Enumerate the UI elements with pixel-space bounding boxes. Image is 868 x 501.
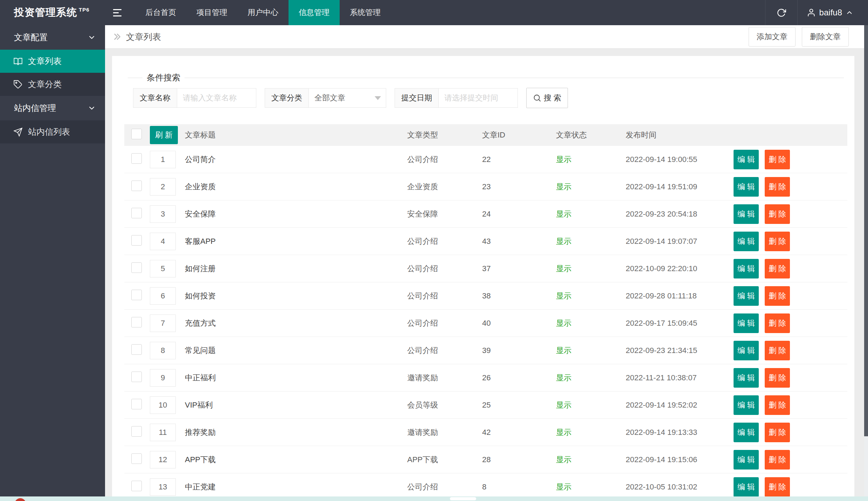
edit-button[interactable]: 编 辑: [734, 204, 759, 224]
delete-button[interactable]: 删 除: [765, 177, 790, 197]
search-button[interactable]: 搜 索: [526, 88, 568, 108]
row-checkbox[interactable]: [131, 481, 142, 491]
sort-input[interactable]: [150, 315, 176, 332]
status-toggle[interactable]: 显示: [556, 210, 571, 218]
menu-toggle-icon[interactable]: [105, 0, 130, 25]
status-toggle[interactable]: 显示: [556, 237, 571, 246]
topnav-item-2[interactable]: 项目管理: [186, 0, 237, 25]
delete-button[interactable]: 删 除: [765, 313, 790, 333]
horizontal-scrollbar[interactable]: [0, 496, 868, 501]
delete-button[interactable]: 删 除: [765, 395, 790, 415]
vertical-scrollbar-thumb[interactable]: [864, 25, 868, 436]
status-toggle[interactable]: 显示: [556, 428, 571, 437]
status-toggle[interactable]: 显示: [556, 455, 571, 464]
delete-button[interactable]: 删 除: [765, 259, 790, 278]
table-row: 如何注册 公司介绍 37 显示 2022-10-09 22:20:10 编 辑 …: [124, 255, 847, 282]
row-checkbox[interactable]: [131, 235, 142, 246]
delete-button[interactable]: 删 除: [765, 477, 790, 497]
status-toggle[interactable]: 显示: [556, 291, 571, 300]
sidebar-item-站内信列表[interactable]: 站内信列表: [0, 120, 105, 143]
app-title: 投资管理系统: [14, 6, 77, 20]
sort-input[interactable]: [150, 260, 176, 277]
user-menu[interactable]: baifu8: [797, 0, 868, 25]
delete-button[interactable]: 删 除: [765, 150, 790, 169]
article-title: 如何注册: [185, 263, 407, 274]
topnav-item-4[interactable]: 信息管理: [289, 0, 340, 25]
edit-button[interactable]: 编 辑: [734, 395, 759, 415]
delete-article-button[interactable]: 删除文章: [802, 27, 849, 47]
delete-button[interactable]: 删 除: [765, 204, 790, 224]
sidebar-item-文章列表[interactable]: 文章列表: [0, 50, 105, 73]
row-checkbox[interactable]: [131, 153, 142, 164]
edit-button[interactable]: 编 辑: [734, 477, 759, 497]
status-toggle[interactable]: 显示: [556, 346, 571, 355]
status-toggle[interactable]: 显示: [556, 264, 571, 273]
article-title: 推荐奖励: [185, 427, 407, 438]
edit-button[interactable]: 编 辑: [734, 286, 759, 306]
sort-input[interactable]: [150, 287, 176, 305]
sort-input[interactable]: [150, 424, 176, 441]
row-checkbox[interactable]: [131, 426, 142, 437]
status-toggle[interactable]: 显示: [556, 182, 571, 191]
delete-button[interactable]: 删 除: [765, 450, 790, 470]
status-toggle[interactable]: 显示: [556, 401, 571, 409]
edit-button[interactable]: 编 辑: [734, 423, 759, 442]
sidebar-item-文章分类[interactable]: 文章分类: [0, 73, 105, 96]
delete-button[interactable]: 删 除: [765, 286, 790, 306]
status-toggle[interactable]: 显示: [556, 155, 571, 164]
article-title: VIP福利: [185, 400, 407, 410]
sort-input[interactable]: [150, 205, 176, 223]
sort-input[interactable]: [150, 178, 176, 196]
add-article-button[interactable]: 添加文章: [749, 27, 796, 47]
publish-time: 2022-09-14 19:07:07: [626, 237, 734, 246]
sort-input[interactable]: [150, 151, 176, 168]
row-checkbox[interactable]: [131, 344, 142, 355]
edit-button[interactable]: 编 辑: [734, 232, 759, 251]
sort-input[interactable]: [150, 369, 176, 387]
edit-button[interactable]: 编 辑: [734, 177, 759, 197]
row-checkbox[interactable]: [131, 208, 142, 218]
sort-input[interactable]: [150, 342, 176, 359]
select-all-checkbox[interactable]: [131, 129, 142, 139]
edit-button[interactable]: 编 辑: [734, 450, 759, 470]
status-toggle[interactable]: 显示: [556, 373, 571, 382]
refresh-button[interactable]: [765, 0, 797, 25]
delete-button[interactable]: 删 除: [765, 368, 790, 388]
row-checkbox[interactable]: [131, 181, 142, 191]
article-name-input[interactable]: [177, 89, 256, 107]
horizontal-scrollbar-thumb[interactable]: [450, 497, 476, 500]
sort-input[interactable]: [150, 396, 176, 414]
status-toggle[interactable]: 显示: [556, 482, 571, 491]
edit-button[interactable]: 编 辑: [734, 368, 759, 388]
topnav-item-5[interactable]: 系统管理: [340, 0, 391, 25]
article-category-select[interactable]: 全部文章: [309, 89, 386, 107]
topnav-item-1[interactable]: 后台首页: [135, 0, 186, 25]
edit-button[interactable]: 编 辑: [734, 341, 759, 360]
row-checkbox[interactable]: [131, 453, 142, 464]
sidebar-group[interactable]: 站内信管理: [0, 96, 105, 120]
row-checkbox[interactable]: [131, 290, 142, 300]
edit-button[interactable]: 编 辑: [734, 313, 759, 333]
sidebar-group[interactable]: 文章配置: [0, 25, 105, 50]
row-checkbox[interactable]: [131, 262, 142, 273]
article-type: APP下载: [407, 454, 482, 465]
col-id: 文章ID: [482, 130, 556, 140]
row-checkbox[interactable]: [131, 399, 142, 409]
delete-button[interactable]: 删 除: [765, 341, 790, 360]
topnav-item-3[interactable]: 用户中心: [237, 0, 289, 25]
sort-input[interactable]: [150, 233, 176, 250]
edit-button[interactable]: 编 辑: [734, 259, 759, 278]
vertical-scrollbar[interactable]: [864, 25, 868, 501]
edit-button[interactable]: 编 辑: [734, 150, 759, 169]
refresh-icon: [777, 8, 786, 17]
status-toggle[interactable]: 显示: [556, 319, 571, 327]
delete-button[interactable]: 删 除: [765, 423, 790, 442]
sort-input[interactable]: [150, 451, 176, 468]
table-header-row: 刷 新 文章标题 文章类型 文章ID 文章状态 发布时间: [124, 124, 847, 146]
delete-button[interactable]: 删 除: [765, 232, 790, 251]
row-checkbox[interactable]: [131, 372, 142, 382]
sort-input[interactable]: [150, 478, 176, 496]
submit-date-input[interactable]: [439, 89, 518, 107]
table-refresh-button[interactable]: 刷 新: [150, 126, 178, 144]
row-checkbox[interactable]: [131, 317, 142, 327]
